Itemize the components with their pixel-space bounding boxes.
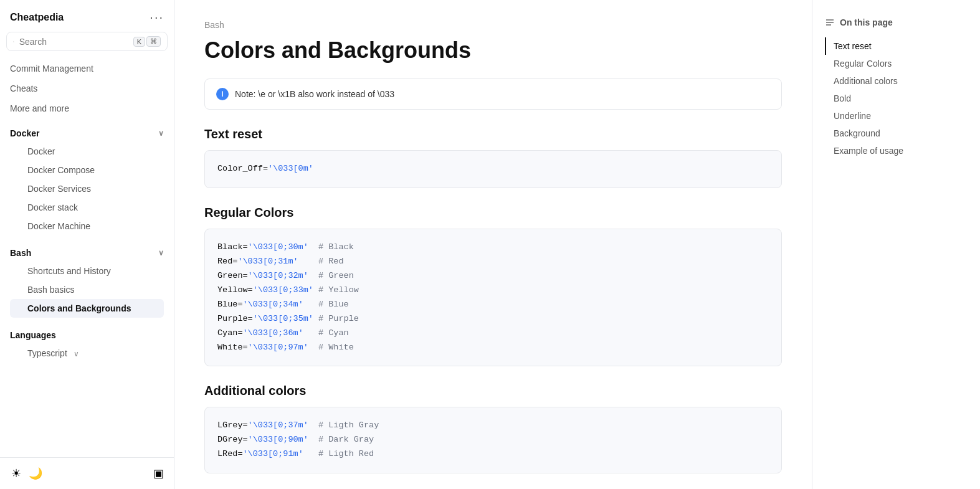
code-line: Green='\033[0;32m' # Green	[217, 269, 769, 283]
code-line: Yellow='\033[0;33m' # Yellow	[217, 283, 769, 298]
search-shortcut: K ⌘	[133, 36, 161, 47]
shortcut-k: K	[133, 37, 145, 47]
toc-item-additional-colors[interactable]: Additional colors	[825, 72, 968, 90]
info-box: i Note: \e or \x1B also work instead of …	[204, 78, 782, 110]
code-block-regular-colors: Black='\033[0;30m' # Black Red='\033[0;3…	[204, 229, 782, 367]
app-title: Cheatpedia	[10, 12, 64, 23]
toc-item-text-reset[interactable]: Text reset	[825, 37, 968, 55]
code-line: LRed='\033[0;91m' # Ligth Red	[217, 447, 769, 462]
toc-title: On this page	[840, 17, 893, 27]
info-icon: i	[216, 88, 229, 100]
languages-section: Languages Typescript ∨	[0, 320, 174, 365]
toc-item-bold[interactable]: Bold	[825, 90, 968, 107]
code-line: Color_Off='\033[0m'	[217, 162, 769, 176]
shortcut-cmd: ⌘	[146, 36, 161, 47]
layout-toggle-button[interactable]: ▣	[153, 467, 164, 480]
toc-header: On this page	[825, 17, 968, 27]
sidebar-item-docker-compose[interactable]: Docker Compose	[10, 161, 164, 179]
sidebar-item-docker-stack[interactable]: Docker stack	[10, 198, 164, 217]
page-title: Colors and Backgrounds	[204, 37, 782, 64]
search-box[interactable]: K ⌘	[6, 32, 168, 51]
typescript-chevron-icon: ∨	[74, 349, 79, 358]
code-line: Black='\033[0;30m' # Black	[217, 240, 769, 255]
languages-section-label: Languages	[10, 330, 56, 340]
code-block-text-reset: Color_Off='\033[0m'	[204, 150, 782, 188]
code-line: Blue='\033[0;34m' # Blue	[217, 298, 769, 312]
info-text: Note: \e or \x1B also work instead of \0…	[235, 89, 394, 99]
sidebar-item-colors-backgrounds[interactable]: Colors and Backgrounds	[10, 299, 164, 318]
bash-chevron-icon: ∨	[158, 249, 164, 257]
sidebar-item-commit-management[interactable]: Commit Management	[0, 59, 174, 78]
sidebar-item-docker-services[interactable]: Docker Services	[10, 179, 164, 198]
code-line: White='\033[0;97m' # White	[217, 341, 769, 355]
toc-item-example-of-usage[interactable]: Example of usage	[825, 142, 968, 159]
code-line: DGrey='\033[0;90m' # Dark Gray	[217, 433, 769, 447]
toc-item-regular-colors[interactable]: Regular Colors	[825, 55, 968, 72]
toc-item-underline[interactable]: Underline	[825, 107, 968, 125]
code-line: Cyan='\033[0;36m' # Cyan	[217, 326, 769, 341]
bash-section-label: Bash	[10, 248, 31, 258]
code-line: Red='\033[0;31m' # Red	[217, 255, 769, 269]
theme-toggle: ☀ 🌙	[10, 465, 44, 482]
sidebar-item-shortcuts[interactable]: Shortcuts and History	[10, 262, 164, 280]
sidebar-item-docker[interactable]: Docker	[10, 142, 164, 161]
section-heading-regular-colors: Regular Colors	[204, 206, 782, 220]
main-content: Bash Colors and Backgrounds i Note: \e o…	[174, 0, 812, 489]
table-of-contents: On this page Text reset Regular Colors A…	[812, 0, 980, 489]
sidebar-header: Cheatpedia ···	[0, 0, 174, 32]
sidebar-item-more-and-more[interactable]: More and more	[0, 98, 174, 118]
search-input[interactable]	[19, 37, 128, 47]
toc-icon	[825, 17, 835, 27]
section-heading-text-reset: Text reset	[204, 127, 782, 141]
languages-section-header[interactable]: Languages	[10, 326, 164, 344]
sidebar-item-bash-basics[interactable]: Bash basics	[10, 280, 164, 299]
sidebar-item-docker-machine[interactable]: Docker Machine	[10, 217, 164, 235]
code-block-additional-colors: LGrey='\033[0;37m' # Ligth Gray DGrey='\…	[204, 407, 782, 473]
section-heading-additional-colors: Additional colors	[204, 384, 782, 398]
sidebar: Cheatpedia ··· K ⌘ Commit Management Che…	[0, 0, 174, 489]
dark-theme-button[interactable]: 🌙	[27, 465, 44, 482]
bash-section-header[interactable]: Bash ∨	[10, 244, 164, 262]
bash-section: Bash ∨ Shortcuts and History Bash basics…	[0, 238, 174, 320]
sidebar-footer: ☀ 🌙 ▣	[0, 457, 174, 489]
docker-chevron-icon: ∨	[158, 129, 164, 138]
code-line: LGrey='\033[0;37m' # Ligth Gray	[217, 419, 769, 433]
search-icon	[13, 37, 14, 46]
docker-section-label: Docker	[10, 128, 39, 138]
docker-section: Docker ∨ Docker Docker Compose Docker Se…	[0, 118, 174, 238]
more-options-button[interactable]: ···	[150, 10, 164, 24]
sidebar-item-cheats[interactable]: Cheats	[0, 78, 174, 98]
breadcrumb: Bash	[204, 20, 782, 30]
toc-item-background[interactable]: Background	[825, 125, 968, 142]
docker-section-header[interactable]: Docker ∨	[10, 125, 164, 142]
light-theme-button[interactable]: ☀	[10, 465, 22, 482]
code-line: Purple='\033[0;35m' # Purple	[217, 312, 769, 326]
sidebar-item-typescript[interactable]: Typescript ∨	[10, 344, 164, 363]
